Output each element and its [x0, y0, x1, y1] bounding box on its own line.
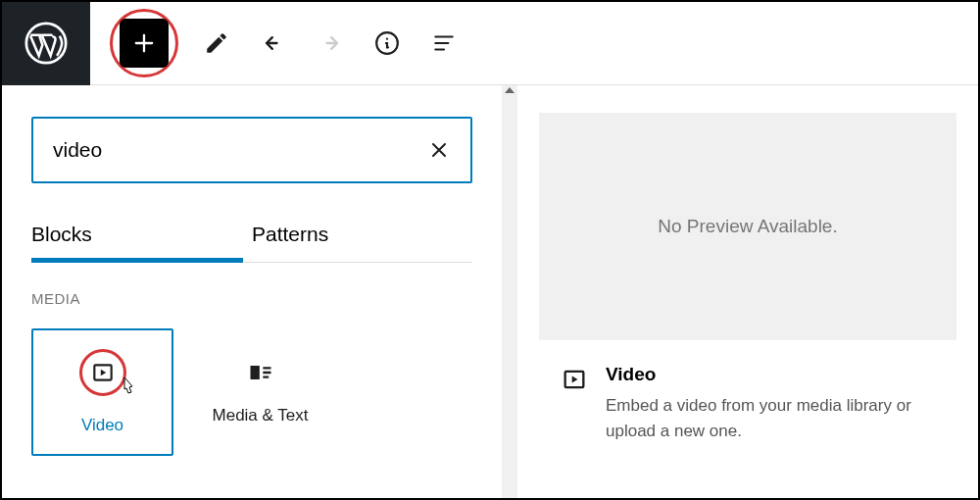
inserter-tabs: Blocks Patterns	[31, 207, 472, 263]
search-box	[31, 117, 472, 183]
cursor-pointer-icon	[117, 375, 138, 406]
toolbar-icons	[203, 29, 458, 57]
content-area: Blocks Patterns MEDIA Video	[2, 85, 978, 500]
video-icon	[89, 359, 117, 386]
svg-rect-3	[250, 366, 259, 379]
preview-box: No Preview Available.	[539, 113, 956, 340]
undo-icon[interactable]	[260, 29, 287, 57]
detail-text: Video Embed a video from your media libr…	[606, 364, 935, 443]
preview-panel: No Preview Available. Video Embed a vide…	[517, 85, 978, 500]
list-view-icon[interactable]	[430, 29, 458, 57]
add-block-highlight	[110, 9, 178, 77]
block-item-media-text[interactable]: Media & Text	[189, 328, 331, 456]
preview-empty-text: No Preview Available.	[658, 216, 837, 237]
video-icon	[561, 366, 588, 393]
tab-patterns[interactable]: Patterns	[252, 207, 472, 262]
block-item-video[interactable]: Video	[31, 328, 173, 456]
search-input[interactable]	[53, 138, 427, 162]
blocks-grid: Video Media & Text	[31, 328, 472, 456]
top-toolbar	[2, 2, 978, 85]
block-detail: Video Embed a video from your media libr…	[539, 340, 956, 467]
block-inserter-panel: Blocks Patterns MEDIA Video	[2, 85, 502, 500]
edit-icon[interactable]	[203, 29, 230, 57]
detail-title: Video	[606, 364, 935, 385]
wordpress-logo[interactable]	[2, 2, 90, 85]
clear-search-icon[interactable]	[427, 138, 451, 162]
block-label: Media & Text	[213, 406, 309, 425]
category-label: MEDIA	[31, 290, 472, 307]
scroll-up-icon	[505, 87, 514, 93]
redo-icon	[317, 29, 344, 57]
tab-blocks[interactable]: Blocks	[31, 207, 252, 262]
info-icon[interactable]	[373, 29, 401, 57]
detail-description: Embed a video from your media library or…	[606, 393, 935, 443]
media-text-icon	[247, 359, 274, 386]
block-label: Video	[81, 416, 123, 435]
scrollbar[interactable]	[502, 85, 517, 500]
add-block-button[interactable]	[120, 19, 169, 68]
